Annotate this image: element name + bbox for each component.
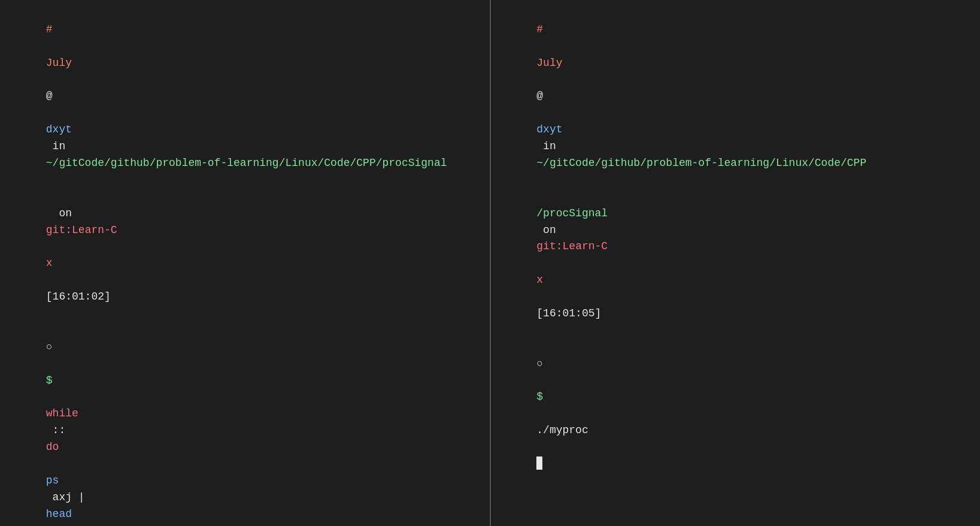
hash-symbol: # [46,23,53,35]
terminal-pane-left[interactable]: # July @ dxyt in ~/gitCode/github/proble… [0,0,491,526]
cursor-right [536,457,542,470]
terminal-pane-right[interactable]: # July @ dxyt in ~/gitCode/github/proble… [491,0,981,526]
path-label-left: ~/gitCode/github/problem-of-learning/Lin… [46,157,447,169]
terminal-container: # July @ dxyt in ~/gitCode/github/proble… [0,0,980,526]
path-label-right-2: /procSignal [536,207,608,219]
path-label-right-1: ~/gitCode/github/problem-of-learning/Lin… [536,157,866,169]
user-label-right: dxyt [536,123,562,135]
prompt-line-left: # July @ dxyt in ~/gitCode/github/proble… [7,5,483,189]
user-label-left: dxyt [46,123,72,135]
prompt-path2-right: /procSignal on git:Learn-C x [16:01:05] [498,189,973,339]
cmd-line-left[interactable]: ○ $ while :: do ps axj | head -1 && ps a… [7,322,483,526]
cmd-line-right[interactable]: ○ $ ./myproc [498,339,973,489]
month-label-right: July [536,57,562,69]
month-label-left: July [46,57,72,69]
prompt-on-line-left: on git:Learn-C x [16:01:02] [7,189,483,322]
prompt-line-right: # July @ dxyt in ~/gitCode/github/proble… [498,5,973,189]
